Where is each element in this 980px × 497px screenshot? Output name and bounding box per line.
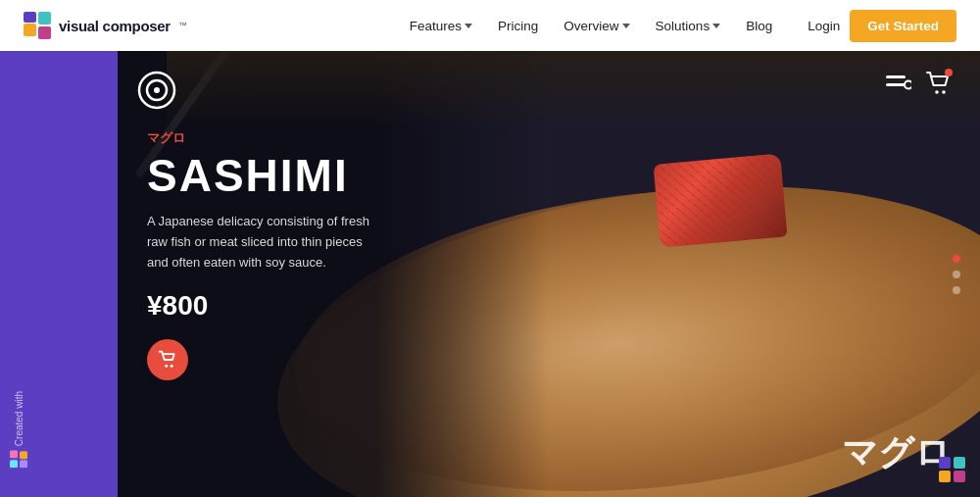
nav-solutions[interactable]: Solutions [646, 13, 731, 39]
svg-rect-18 [939, 471, 951, 482]
svg-rect-2 [38, 12, 51, 25]
logo-text: visual composer [59, 18, 171, 34]
svg-rect-4 [20, 451, 27, 459]
hero-text-block: マグロ SASHIMI A Japanese delicacy consisti… [147, 129, 382, 380]
svg-rect-12 [886, 83, 906, 86]
svg-point-16 [165, 365, 168, 368]
svg-rect-1 [24, 12, 36, 23]
get-started-button[interactable]: Get Started [850, 10, 956, 42]
vc-logo-bottom [939, 456, 966, 483]
hands-overlay [167, 51, 980, 129]
svg-rect-20 [954, 457, 965, 469]
hero-subtitle-jp: マグロ [147, 129, 382, 147]
sashimi-texture [654, 153, 788, 247]
hero-description: A Japanese delicacy consisting of fresh … [147, 212, 382, 273]
filter-icon[interactable] [886, 75, 911, 95]
svg-rect-21 [954, 471, 965, 482]
svg-rect-19 [939, 457, 951, 469]
nav-pricing[interactable]: Pricing [488, 13, 548, 39]
main-content: Created with [0, 51, 980, 497]
sidebar: Created with [0, 51, 118, 497]
hero-bottom-jp: マグロ [842, 429, 951, 477]
target-icon [137, 71, 176, 110]
main-nav: Features Pricing Overview Solutions Blog [400, 13, 782, 39]
svg-point-15 [942, 90, 946, 94]
solutions-chevron-icon [712, 24, 720, 28]
slide-dot-1[interactable] [953, 255, 960, 263]
svg-rect-6 [10, 460, 18, 468]
created-with-label: Created with [10, 391, 27, 468]
login-link[interactable]: Login [798, 13, 850, 39]
nav-features[interactable]: Features [400, 13, 482, 39]
hero-title: SASHIMI [147, 153, 382, 198]
slide-dot-3[interactable] [953, 286, 960, 294]
svg-point-10 [154, 87, 160, 93]
svg-rect-3 [38, 26, 51, 39]
slide-dots [953, 255, 960, 294]
sashimi-image [654, 153, 788, 247]
logo[interactable]: visual composer™ [24, 12, 187, 39]
svg-point-14 [935, 90, 939, 94]
svg-point-13 [905, 81, 911, 89]
add-to-cart-button[interactable] [147, 339, 188, 380]
svg-rect-0 [24, 24, 36, 36]
svg-point-17 [171, 365, 173, 368]
overview-chevron-icon [622, 24, 630, 28]
cart-badge [945, 69, 953, 76]
cart-icon-wrapper[interactable] [925, 71, 951, 100]
top-right-icons [886, 71, 951, 100]
logo-icon [24, 12, 51, 39]
add-to-cart-icon [158, 350, 177, 370]
slide-dot-2[interactable] [953, 271, 960, 278]
svg-rect-7 [10, 450, 18, 458]
hero-section: マグロ SASHIMI A Japanese delicacy consisti… [118, 51, 980, 497]
vc-mini-logo-icon [10, 450, 27, 468]
features-chevron-icon [465, 24, 472, 28]
svg-rect-5 [20, 460, 27, 468]
hero-price: ¥800 [147, 290, 382, 322]
nav-blog[interactable]: Blog [736, 13, 782, 39]
svg-rect-11 [886, 75, 906, 78]
header: visual composer™ Features Pricing Overvi… [0, 0, 980, 51]
logo-trademark: ™ [178, 21, 187, 30]
nav-overview[interactable]: Overview [554, 13, 639, 39]
